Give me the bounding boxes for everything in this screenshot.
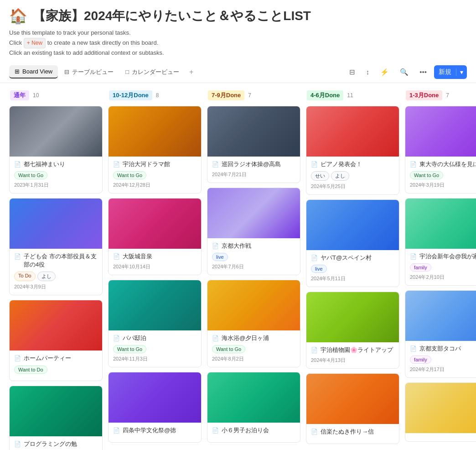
card-image (306, 374, 399, 424)
page-title: 【家族】2024年にやりたいこと＆やることLIST (33, 7, 311, 25)
card-title-row: 📄京都大作戦 (212, 242, 295, 250)
card-image (10, 386, 102, 436)
card[interactable]: 📄宇治大河ドラマ館Want to Go2024年12月28日 (108, 106, 202, 194)
card-body: 📄大阪城音泉2024年10月14日 (109, 249, 201, 275)
subtitle: Use this template to track your personal… (9, 28, 467, 58)
card-date: 2023年1月31日 (14, 182, 98, 188)
card-title-row: 📄ホームパーティー (14, 354, 98, 362)
card-tag[interactable]: family (410, 263, 431, 272)
card-tag[interactable]: Want to Do (14, 366, 47, 374)
board-icon: ⊞ (15, 68, 20, 75)
card-tag[interactable]: family (410, 356, 431, 364)
card-date: 2024年4月13日 (311, 357, 394, 364)
card-tags: Want to Go (113, 345, 197, 353)
card-date: 2024年7月21日 (212, 171, 295, 178)
new-badge[interactable]: + New (24, 38, 46, 48)
new-button[interactable]: 新規 ▾ (434, 65, 467, 79)
card[interactable]: 📄パパ邸泊Want to Go2024年11月3日 (108, 280, 202, 367)
doc-icon: 📄 (14, 161, 21, 167)
card-tag[interactable]: Want to Go (14, 171, 47, 179)
card[interactable]: 📄ピアノ発表会！せいよし2024年5月25日 (306, 106, 399, 195)
column-apr_jun: 4-6月Done11📄ピアノ発表会！せいよし2024年5月25日📄ヤパT@スペイ… (306, 90, 399, 449)
card-title: 京都大作戦 (222, 242, 251, 250)
card[interactable]: 📄海水浴@夕日ヶ浦Want to Go2024年8月2日 (207, 280, 300, 367)
card[interactable]: 📄ホームパーティーWant to Do (9, 300, 103, 381)
card-title-row: 📄東大寺の大仏様を見に行く (410, 160, 476, 168)
search-icon[interactable]: 🔍 (396, 66, 412, 78)
card-tag[interactable]: live (212, 253, 228, 261)
card[interactable]: 📄京都大作戦live2024年7月6日 (207, 188, 300, 275)
card-title: 都七福神まいり (24, 160, 65, 168)
card[interactable]: 📄小６男子お泊り会 (207, 372, 300, 442)
tab-board[interactable]: ⊞ Board View (9, 65, 58, 78)
card-tag[interactable]: Want to Go (113, 345, 146, 353)
card-tag[interactable]: Want to Go (113, 171, 146, 179)
column-count-jan_mar: 7 (446, 92, 449, 99)
card-tag[interactable]: せい (311, 171, 329, 181)
card-title: 四条中学文化祭@徳 (123, 426, 176, 434)
card-title: プログラミングの勉 (24, 440, 77, 448)
card-title-row: 📄ピアノ発表会！ (311, 160, 394, 168)
column-oct_dec: 10-12月Done8📄宇治大河ドラマ館Want to Go2024年12月28… (108, 90, 202, 447)
card[interactable]: 📄巡回ラジオ体操@高島2024年7月21日 (207, 106, 300, 183)
card-body: 📄信楽たぬき作り→信 (306, 424, 399, 443)
card-body: 📄子ども会 市の本部役員＆支部の4役To Doよし2024年3月9日 (10, 249, 102, 295)
toolbar: ⊞ Board View ⊟ テーブルビュー □ カレンダービュー + ⊟ ↕ … (0, 62, 476, 83)
card-tag[interactable]: live (311, 265, 327, 273)
card-image (207, 106, 300, 157)
card[interactable]: 📄プログラミングの勉 (9, 386, 103, 450)
card-image (405, 106, 476, 157)
card-image (10, 106, 102, 157)
card-tag[interactable]: Want to Go (410, 171, 443, 179)
card-tag[interactable]: To Do (14, 272, 36, 281)
card-tags: live (311, 265, 394, 273)
card[interactable] (405, 382, 476, 442)
card-title: 大阪城音泉 (123, 252, 152, 261)
card[interactable]: 📄東大寺の大仏様を見に行くWant to Go2024年3月19日 (405, 106, 476, 194)
card-title-row: 📄都七福神まいり (14, 160, 98, 168)
column-jan_mar: 1-3月Done7📄東大寺の大仏様を見に行くWant to Go2024年3月1… (405, 90, 476, 447)
card[interactable]: 📄京都支部タコパfamily2024年2月17日 (405, 290, 476, 378)
doc-icon: 📄 (410, 345, 417, 352)
card-title: 京都支部タコパ (419, 345, 461, 353)
card[interactable]: 📄ヤパT@スペイン村live2024年5月11日 (306, 199, 399, 287)
calendar-icon: □ (125, 68, 129, 75)
card-date: 2024年5月11日 (311, 275, 394, 282)
column-label-tsune: 通年 (10, 90, 29, 100)
card-tag[interactable]: よし (331, 171, 349, 181)
column-count-jul_sep: 7 (248, 92, 251, 99)
card[interactable]: 📄都七福神まいりWant to Go2023年1月31日 (9, 106, 103, 194)
doc-icon: 📄 (311, 347, 318, 353)
column-header-jul_sep: 7-9月Done7 (207, 90, 300, 100)
card[interactable]: 📄宇治会新年会@我が家family2024年2月10日 (405, 198, 476, 286)
tab-table[interactable]: ⊟ テーブルビュー (59, 65, 119, 79)
filter-icon[interactable]: ⊟ (346, 66, 359, 78)
card-title-row: 📄巡回ラジオ体操@高島 (212, 160, 295, 168)
sort-icon[interactable]: ↕ (362, 66, 373, 78)
doc-icon: 📄 (113, 253, 120, 260)
card-body: 📄東大寺の大仏様を見に行くWant to Go2024年3月19日 (405, 157, 476, 193)
card-body: 📄ホームパーティーWant to Do (10, 351, 102, 380)
card[interactable]: 📄四条中学文化祭@徳 (108, 372, 202, 442)
card-tag[interactable]: よし (37, 272, 56, 281)
column-tsune: 通年10📄都七福神まいりWant to Go2023年1月31日📄子ども会 市の… (9, 90, 103, 450)
card-title: 小６男子お泊り会 (222, 426, 269, 434)
card-title: 巡回ラジオ体操@高島 (222, 160, 281, 168)
lightning-icon[interactable]: ⚡ (377, 66, 393, 78)
doc-icon: 📄 (113, 161, 120, 167)
card[interactable]: 📄子ども会 市の本部役員＆支部の4役To Doよし2024年3月9日 (9, 198, 103, 295)
card-body: 📄京都支部タコパfamily2024年2月17日 (405, 341, 476, 377)
tab-calendar[interactable]: □ カレンダービュー (120, 65, 185, 79)
card-title-row: 📄小６男子お泊り会 (212, 426, 295, 434)
column-jul_sep: 7-9月Done7📄巡回ラジオ体操@高島2024年7月21日📄京都大作戦live… (207, 90, 300, 447)
card-body: 📄四条中学文化祭@徳 (109, 423, 201, 442)
card[interactable]: 📄信楽たぬき作り→信 (306, 373, 399, 444)
subtitle-after: to create a new task directly on this bo… (46, 39, 158, 46)
card[interactable]: 📄大阪城音泉2024年10月14日 (108, 198, 202, 275)
new-button-dropdown[interactable]: ▾ (456, 68, 467, 76)
add-view-button[interactable]: + (186, 65, 197, 79)
card-tag[interactable]: Want to Go (212, 345, 245, 353)
card-date: 2024年12月28日 (113, 182, 197, 188)
more-icon[interactable]: ••• (416, 66, 430, 78)
card[interactable]: 📄宇治植物園🌸ライトアップ2024年4月13日 (306, 292, 399, 369)
